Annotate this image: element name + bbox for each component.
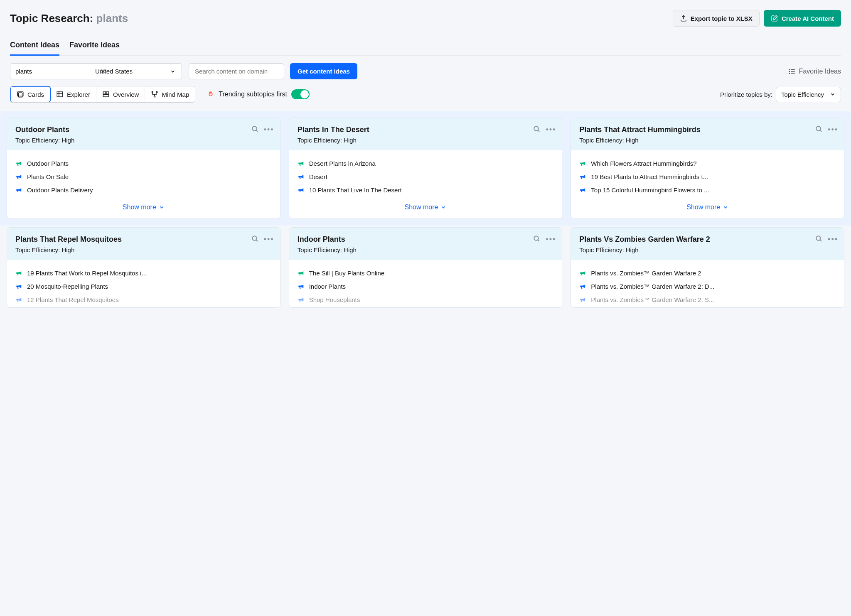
- tab-favorite-ideas[interactable]: Favorite Ideas: [69, 37, 120, 55]
- content-line[interactable]: Plants On Sale: [15, 173, 272, 180]
- svg-point-5: [789, 73, 790, 74]
- svg-point-21: [816, 126, 821, 131]
- tab-content-ideas[interactable]: Content Ideas: [10, 37, 59, 56]
- card-title: Indoor Plants: [298, 235, 554, 244]
- content-line[interactable]: 19 Best Plants to Attract Hummingbirds t…: [579, 173, 836, 180]
- export-xlsx-button[interactable]: Export topic to XLSX: [673, 10, 760, 27]
- table-icon: [56, 91, 64, 98]
- keyword-input[interactable]: [10, 64, 96, 79]
- bullhorn-icon: [15, 282, 23, 290]
- svg-line-24: [256, 240, 258, 241]
- trending-toggle[interactable]: [291, 89, 310, 99]
- show-more-link[interactable]: Show more: [289, 198, 562, 218]
- bullhorn-icon: [579, 269, 587, 277]
- edit-icon: [771, 15, 778, 22]
- view-mindmap-button[interactable]: Mind Map: [145, 86, 195, 102]
- svg-line-26: [538, 240, 540, 241]
- content-line[interactable]: 20 Mosquito-Repelling Plants: [15, 282, 272, 290]
- chevron-down-icon: [723, 204, 728, 210]
- content-line[interactable]: Plants vs. Zombies™ Garden Warfare 2: S.…: [579, 296, 836, 303]
- content-line-text: Shop Houseplants: [309, 296, 360, 303]
- content-line[interactable]: Which Flowers Attract Hummingbirds?: [579, 160, 836, 167]
- view-cards-button[interactable]: Cards: [10, 86, 51, 103]
- card-efficiency: Topic Efficiency: High: [579, 246, 836, 253]
- bullhorn-icon: [298, 186, 305, 194]
- mindmap-icon: [151, 91, 158, 98]
- bullhorn-icon: [15, 160, 23, 167]
- svg-point-15: [156, 91, 157, 93]
- prioritize-label: Prioritize topics by:: [720, 91, 772, 98]
- card-efficiency: Topic Efficiency: High: [298, 137, 554, 144]
- content-line[interactable]: Top 15 Colorful Hummingbird Flowers to .…: [579, 186, 836, 194]
- svg-point-19: [534, 126, 539, 131]
- more-icon[interactable]: •••: [546, 235, 556, 244]
- svg-point-27: [816, 236, 821, 241]
- topic-card: Plants That Repel MosquitoesTopic Effici…: [7, 227, 280, 308]
- card-title: Plants Vs Zombies Garden Warfare 2: [579, 235, 836, 244]
- topic-card: Plants Vs Zombies Garden Warfare 2Topic …: [571, 227, 844, 308]
- fire-icon: [207, 90, 214, 98]
- bullhorn-icon: [579, 186, 587, 194]
- content-line[interactable]: Outdoor Plants: [15, 160, 272, 167]
- domain-search-input[interactable]: [189, 63, 284, 79]
- content-line-text: 19 Best Plants to Attract Hummingbirds t…: [591, 173, 708, 180]
- create-ai-content-button[interactable]: Create AI Content: [764, 10, 841, 27]
- search-icon[interactable]: [251, 125, 259, 133]
- svg-line-28: [820, 240, 821, 241]
- get-content-ideas-button[interactable]: Get content ideas: [290, 63, 357, 79]
- show-more-link[interactable]: Show more: [7, 198, 280, 218]
- search-icon[interactable]: [815, 125, 823, 133]
- search-icon[interactable]: [815, 235, 823, 243]
- content-line[interactable]: Indoor Plants: [298, 282, 554, 290]
- content-line[interactable]: 19 Plants That Work to Repel Mosquitos i…: [15, 269, 272, 277]
- content-line-text: 12 Plants That Repel Mosquitoes: [27, 296, 119, 303]
- search-icon[interactable]: [533, 235, 541, 243]
- card-efficiency: Topic Efficiency: High: [579, 137, 836, 144]
- content-line[interactable]: Desert: [298, 173, 554, 180]
- bullhorn-icon: [298, 173, 305, 180]
- content-line-text: 19 Plants That Work to Repel Mosquitos i…: [27, 270, 147, 277]
- more-icon[interactable]: •••: [546, 125, 556, 134]
- more-icon[interactable]: •••: [264, 125, 274, 134]
- svg-rect-12: [106, 92, 109, 94]
- search-icon[interactable]: [533, 125, 541, 133]
- bullhorn-icon: [298, 160, 305, 167]
- topic-card: Plants In The DesertTopic Efficiency: Hi…: [289, 118, 563, 219]
- card-title: Plants In The Desert: [298, 125, 554, 134]
- content-line-text: Outdoor Plants Delivery: [27, 187, 93, 194]
- more-icon[interactable]: •••: [828, 125, 838, 134]
- overview-icon: [102, 91, 110, 98]
- content-line[interactable]: Desert Plants in Arizona: [298, 160, 554, 167]
- bullhorn-icon: [298, 296, 305, 303]
- svg-point-14: [152, 91, 153, 93]
- view-mode-group: Cards Explorer Overview Mind Map: [10, 86, 195, 103]
- chevron-down-icon: [830, 91, 836, 97]
- content-line[interactable]: The Sill | Buy Plants Online: [298, 269, 554, 277]
- content-line[interactable]: Plants vs. Zombies™ Garden Warfare 2: [579, 269, 836, 277]
- content-line[interactable]: Plants vs. Zombies™ Garden Warfare 2: D.…: [579, 282, 836, 290]
- svg-line-18: [256, 130, 258, 132]
- content-line[interactable]: 12 Plants That Repel Mosquitoes: [15, 296, 272, 303]
- content-line-text: 20 Mosquito-Repelling Plants: [27, 283, 108, 290]
- favorite-ideas-link[interactable]: Favorite Ideas: [788, 68, 841, 75]
- prioritize-select[interactable]: Topic Efficiency: [776, 87, 841, 102]
- content-line[interactable]: Shop Houseplants: [298, 296, 554, 303]
- more-icon[interactable]: •••: [828, 235, 838, 244]
- more-icon[interactable]: •••: [264, 235, 274, 244]
- content-line-text: Plants vs. Zombies™ Garden Warfare 2: [591, 270, 701, 277]
- svg-rect-13: [103, 95, 109, 97]
- content-line[interactable]: 10 Plants That Live In The Desert: [298, 186, 554, 194]
- country-select[interactable]: United States: [89, 64, 182, 79]
- bullhorn-icon: [579, 296, 587, 303]
- content-line-text: Plants vs. Zombies™ Garden Warfare 2: D.…: [591, 283, 714, 290]
- show-more-link[interactable]: Show more: [571, 198, 844, 218]
- bullhorn-icon: [15, 173, 23, 180]
- view-explorer-button[interactable]: Explorer: [50, 86, 96, 102]
- svg-point-3: [789, 69, 790, 70]
- view-overview-button[interactable]: Overview: [96, 86, 145, 102]
- chevron-down-icon: [159, 204, 165, 210]
- svg-rect-11: [103, 92, 106, 94]
- content-line[interactable]: Outdoor Plants Delivery: [15, 186, 272, 194]
- search-icon[interactable]: [251, 235, 259, 243]
- content-line-text: Outdoor Plants: [27, 160, 69, 167]
